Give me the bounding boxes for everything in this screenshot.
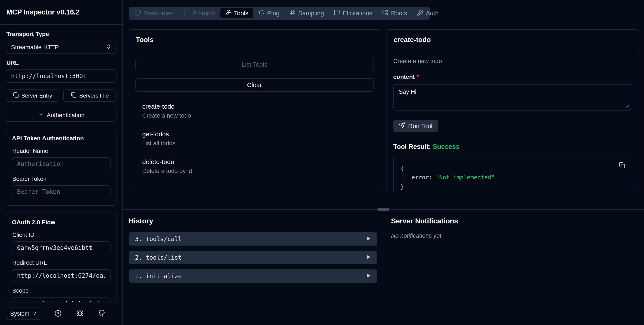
scope-input[interactable]	[17, 300, 106, 302]
transport-type-label: Transport Type	[6, 31, 116, 38]
tool-name: create-todo	[142, 103, 367, 110]
copy-icon	[619, 162, 625, 169]
tool-description: Delete a todo by id	[142, 168, 367, 174]
top-pane: Resources Prompts Tools Ping	[123, 0, 644, 210]
list-tools-button[interactable]: List Tools	[136, 58, 374, 71]
servers-file-button[interactable]: Servers File	[63, 90, 117, 102]
tab-label: Elicitations	[343, 10, 372, 17]
notifications-empty-text: No notifications yet	[391, 232, 636, 239]
history-item-tools-call[interactable]: 3. tools/call	[129, 232, 377, 246]
bell-icon	[258, 9, 264, 17]
required-marker: *	[416, 74, 419, 80]
url-input-wrap	[6, 70, 116, 83]
copy-icon	[71, 92, 76, 99]
tools-panel-header: Tools	[129, 30, 380, 50]
main-area: Resources Prompts Tools Ping	[123, 0, 644, 325]
json-close-brace: }	[400, 182, 624, 192]
chevron-down-icon	[38, 112, 44, 119]
server-entry-label: Server Entry	[22, 92, 52, 99]
url-input[interactable]	[11, 72, 112, 80]
tool-detail-header: create-todo	[387, 30, 638, 50]
hash-icon	[289, 9, 296, 17]
bearer-token-input[interactable]	[17, 188, 106, 195]
json-error-line: error: "Not implemented"	[404, 173, 624, 182]
history-item-label: 1. initialize	[135, 272, 182, 280]
header-name-input[interactable]	[17, 160, 106, 168]
redirect-url-label: Redirect URL	[12, 260, 110, 266]
tab-label: Tools	[234, 10, 248, 17]
url-label: URL	[6, 60, 116, 66]
server-entry-button[interactable]: Server Entry	[6, 90, 60, 102]
folder-tree-icon	[382, 9, 388, 17]
json-key: error:	[412, 174, 432, 180]
header-name-input-wrap	[12, 158, 110, 170]
transport-type-select[interactable]: Streamable HTTP	[6, 41, 116, 54]
tab-roots[interactable]: Roots	[377, 8, 412, 18]
clear-label: Clear	[247, 82, 262, 88]
json-open-brace: {	[400, 163, 624, 173]
tab-label: Roots	[391, 10, 407, 17]
bearer-token-input-wrap	[12, 185, 110, 198]
tab-ping[interactable]: Ping	[254, 8, 284, 18]
bottom-pane: History 3. tools/call 2. tools/list 1. i…	[123, 210, 644, 325]
tab-prompts[interactable]: Prompts	[179, 8, 220, 18]
authentication-label: Authentication	[47, 112, 84, 119]
copy-result-button[interactable]	[619, 162, 625, 169]
tab-tools[interactable]: Tools	[220, 8, 253, 18]
oauth-section: OAuth 2.0 Flow Client ID Redirect URL Sc…	[6, 212, 116, 302]
tab-elicitations[interactable]: Elicitations	[329, 8, 377, 18]
tab-label: Auth	[426, 10, 439, 17]
sidebar-footer: System	[0, 302, 122, 325]
files-icon	[135, 9, 142, 17]
sidebar: MCP Inspector v0.16.2 Transport Type Str…	[0, 0, 123, 325]
tools-panel: Tools List Tools Clear create-todo Creat…	[129, 29, 380, 192]
resize-grip-icon[interactable]	[625, 103, 630, 109]
send-icon	[399, 122, 405, 130]
authentication-toggle[interactable]: Authentication	[6, 108, 116, 122]
tab-label: Resources	[144, 10, 174, 17]
bug-report-button[interactable]	[76, 310, 84, 318]
tab-auth[interactable]: Auth	[412, 8, 444, 18]
scope-label: Scope	[12, 288, 110, 294]
app-header: MCP Inspector v0.16.2	[0, 0, 122, 25]
chevrons-up-down-icon	[106, 44, 112, 51]
redirect-url-input-wrap	[12, 269, 110, 282]
tool-detail-title: create-todo	[394, 36, 431, 44]
run-tool-button[interactable]: Run Tool	[393, 120, 438, 132]
tab-sampling[interactable]: Sampling	[284, 8, 328, 18]
tab-label: Sampling	[298, 10, 324, 17]
tool-result-label: Tool Result: Success	[393, 143, 632, 150]
content-textarea[interactable]: Say Hi	[393, 84, 632, 110]
history-item-label: 2. tools/list	[135, 254, 182, 261]
expand-arrow-icon	[366, 236, 371, 242]
history-panel: History 3. tools/call 2. tools/list 1. i…	[123, 210, 383, 325]
theme-select[interactable]: System	[6, 308, 41, 320]
pane-resize-handle[interactable]	[377, 208, 390, 211]
servers-file-label: Servers File	[79, 92, 109, 99]
tool-detail-panel: create-todo Create a new todo content* S…	[386, 29, 638, 192]
run-tool-label: Run Tool	[408, 123, 432, 130]
theme-value: System	[10, 310, 30, 317]
tab-label: Ping	[267, 10, 280, 17]
github-button[interactable]	[98, 310, 106, 318]
history-item-tools-list[interactable]: 2. tools/list	[129, 251, 377, 264]
github-icon	[98, 310, 106, 318]
history-item-initialize[interactable]: 1. initialize	[129, 270, 377, 282]
tool-item-delete-todo[interactable]: delete-todo Delete a todo by id	[136, 155, 374, 178]
clear-button[interactable]: Clear	[136, 78, 374, 92]
redirect-url-input[interactable]	[17, 272, 106, 279]
help-button[interactable]	[54, 310, 62, 318]
json-value: "Not implemented"	[436, 174, 494, 180]
tools-panel-title: Tools	[136, 36, 154, 44]
tab-bar: Resources Prompts Tools Ping	[129, 6, 430, 20]
content-field-label: content*	[393, 74, 632, 80]
history-title: History	[129, 217, 377, 225]
client-id-input[interactable]	[17, 244, 106, 251]
footer-icons	[54, 310, 106, 318]
list-tools-label: List Tools	[242, 61, 267, 68]
tab-resources[interactable]: Resources	[130, 8, 178, 18]
tool-item-get-todos[interactable]: get-todos List all todos	[136, 128, 374, 150]
bearer-token-label: Bearer Token	[12, 176, 110, 182]
app-title: MCP Inspector v0.16.2	[6, 8, 116, 16]
tool-item-create-todo[interactable]: create-todo Create a new todo	[136, 100, 374, 122]
